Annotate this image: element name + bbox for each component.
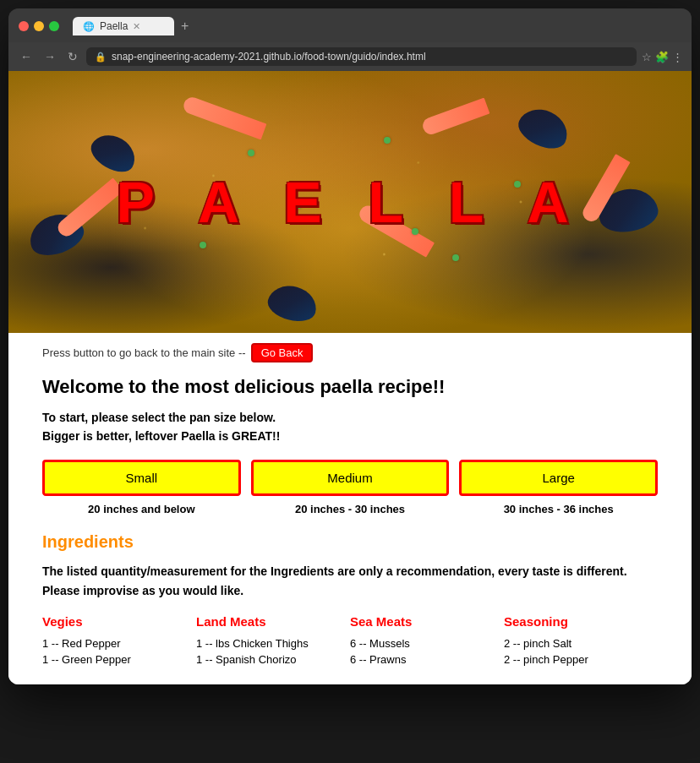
sea-meats-item-1: 6 -- Mussels [350,635,504,651]
vegies-item-2: 1 -- Green Pepper [42,651,196,668]
size-labels: 20 inches and below 20 inches - 30 inche… [42,503,658,515]
ingredients-table: Vegies Land Meats Sea Meats Seasoning 1 … [42,611,658,668]
minimize-button[interactable] [34,21,44,31]
browser-toolbar: ← → ↻ 🔒 snap-engineering-academy-2021.gi… [8,42,692,71]
vegies-item-1: 1 -- Red Pepper [42,635,196,651]
titlebar: 🌐 Paella ✕ + [8,8,692,42]
table-row: 1 -- Red Pepper 1 -- lbs Chicken Thighs … [42,635,658,651]
tab-title: Paella [100,20,128,32]
url-text: snap-engineering-academy-2021.github.io/… [112,51,426,63]
browser-window: 🌐 Paella ✕ + ← → ↻ 🔒 snap-engineering-ac… [8,8,692,684]
close-button[interactable] [19,21,29,31]
go-back-button[interactable]: Go Back [251,343,314,362]
page-content: P A E L L A Press button to go back to t… [8,71,692,684]
back-nav-button[interactable]: ← [17,48,36,65]
active-tab[interactable]: 🌐 Paella ✕ [73,17,174,35]
pea-5 [200,242,206,248]
ingredients-note: The listed quantity/measurement for the … [42,562,658,580]
land-meats-item-1: 1 -- lbs Chicken Thighs [196,635,350,651]
reload-button[interactable]: ↻ [64,48,81,65]
main-content: Press button to go back to the main site… [8,333,692,684]
extension-icon[interactable]: 🧩 [655,51,669,63]
pan-line2: Bigger is better, leftover Paella is GRE… [42,427,658,445]
small-label: 20 inches and below [42,503,241,515]
tab-close-icon[interactable]: ✕ [133,21,140,32]
col-header-seasoning: Seasoning [504,611,658,635]
seasoning-item-1: 2 -- pinch Salt [504,635,658,651]
seasoning-item-2: 2 -- pinch Pepper [504,651,658,668]
menu-icon[interactable]: ⋮ [672,51,683,63]
large-size-button[interactable]: Large [459,460,658,496]
ingredients-title: Ingredients [42,532,658,552]
table-row: 1 -- Green Pepper 1 -- Spanish Chorizo 6… [42,651,658,668]
land-meats-item-2: 1 -- Spanish Chorizo [196,651,350,668]
address-bar[interactable]: 🔒 snap-engineering-academy-2021.github.i… [86,47,637,66]
pea-2 [384,137,391,144]
bookmark-icon[interactable]: ☆ [642,51,652,63]
welcome-title: Welcome to the most delicious paella rec… [42,376,658,398]
sea-meats-item-2: 6 -- Prawns [350,651,504,668]
back-bar-text: Press button to go back to the main site… [42,346,246,359]
small-size-button[interactable]: Small [42,460,241,496]
col-header-land-meats: Land Meats [196,611,350,635]
pan-instructions: To start, please select the pan size bel… [42,408,658,446]
col-header-sea-meats: Sea Meats [350,611,504,635]
pan-line1: To start, please select the pan size bel… [42,408,658,427]
col-header-vegies: Vegies [42,611,196,635]
traffic-lights [19,21,59,31]
lock-icon: 🔒 [95,52,107,63]
back-bar: Press button to go back to the main site… [42,343,658,362]
tab-favicon: 🌐 [83,21,95,32]
size-buttons: Small Medium Large [42,460,658,496]
forward-nav-button[interactable]: → [41,48,59,65]
medium-label: 20 inches - 30 inches [251,503,450,515]
ingredients-note2: Please improvise as you would like. [42,584,658,597]
large-label: 30 inches - 36 inches [459,503,658,515]
hero-title: P A E L L A [116,169,583,235]
maximize-button[interactable] [49,21,59,31]
hero-section: P A E L L A [8,71,692,333]
tab-bar: 🌐 Paella ✕ + [73,17,681,35]
medium-size-button[interactable]: Medium [251,460,450,496]
toolbar-icons: ☆ 🧩 ⋮ [642,51,683,63]
new-tab-button[interactable]: + [178,19,192,34]
pea-1 [248,150,254,156]
